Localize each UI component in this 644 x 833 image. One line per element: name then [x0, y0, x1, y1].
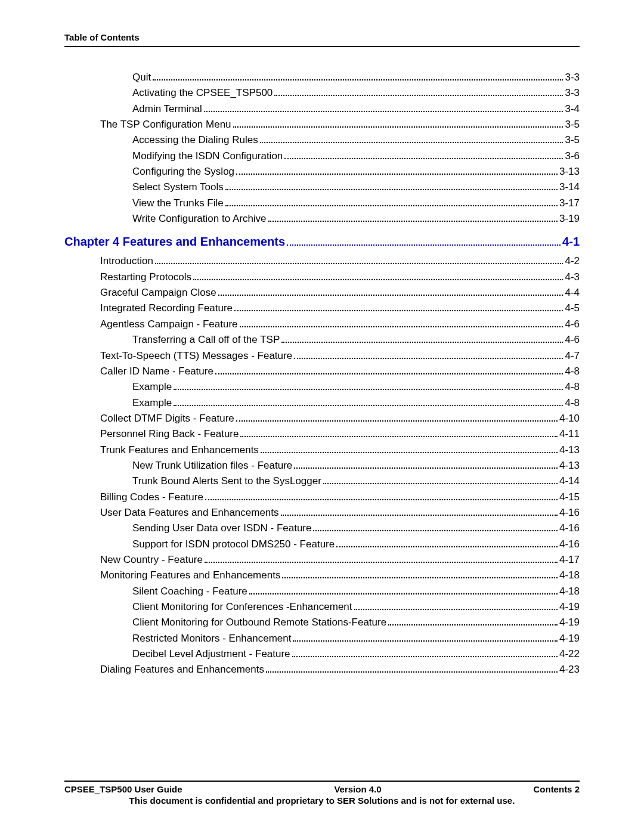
toc-entry[interactable]: Quit3-3: [132, 70, 580, 85]
toc-label: Admin Terminal: [132, 101, 202, 117]
toc-label: Transferring a Call off of the TSP: [132, 332, 280, 348]
toc-entry[interactable]: Modifying the ISDN Configuration3-6: [132, 148, 580, 164]
toc-leader-dots: [323, 483, 558, 484]
toc-label: Personnel Ring Back - Feature: [100, 426, 239, 442]
toc-leader-dots: [292, 656, 558, 657]
toc-leader-dots: [174, 405, 563, 406]
toc-entry[interactable]: Client Monitoring for Conferences -Enhan…: [132, 599, 580, 615]
toc-page: 4-6: [565, 332, 580, 348]
toc-entry[interactable]: The TSP Configuration Menu3-5: [100, 117, 580, 132]
toc-page: 3-4: [565, 101, 580, 117]
toc-entry[interactable]: Select System Tools3-14: [132, 179, 580, 195]
toc-label: New Trunk Utilization files - Feature: [132, 458, 292, 473]
toc-entry[interactable]: New Trunk Utilization files - Feature4-1…: [132, 458, 580, 473]
toc-leader-dots: [249, 593, 558, 594]
toc-page: 4-16: [559, 537, 580, 552]
toc-entry[interactable]: Restarting Protocols4-3: [100, 270, 580, 285]
toc-leader-dots: [225, 205, 558, 206]
toc-label: Integrated Recording Feature: [100, 301, 233, 316]
toc-entry[interactable]: Caller ID Name - Feature4-8: [100, 364, 580, 379]
toc-label: Billing Codes - Feature: [100, 490, 203, 505]
toc-label: Caller ID Name - Feature: [100, 364, 213, 379]
toc-page: 4-11: [559, 426, 580, 442]
toc-entry[interactable]: Trunk Bound Alerts Sent to the SysLogger…: [132, 473, 580, 489]
toc-chapter[interactable]: Chapter 4 Features and Enhancements 4-1: [64, 233, 580, 251]
toc-entry[interactable]: Example4-8: [132, 395, 580, 411]
toc-label: Text-To-Speech (TTS) Messages - Feature: [100, 348, 292, 364]
toc-page: 4-1: [562, 233, 580, 251]
toc-entry[interactable]: Collect DTMF Digits - Feature4-10: [100, 411, 580, 426]
toc-label: View the Trunks File: [132, 196, 224, 211]
toc-label: Modifying the ISDN Configuration: [132, 148, 283, 164]
toc-entry[interactable]: User Data Features and Enhancements4-16: [100, 505, 580, 521]
footer-line: CPSEE_TSP500 User Guide Version 4.0 Cont…: [64, 781, 580, 794]
toc-entry[interactable]: Text-To-Speech (TTS) Messages - Feature4…: [100, 348, 580, 364]
toc-leader-dots: [205, 499, 558, 500]
toc-entry[interactable]: Billing Codes - Feature4-15: [100, 490, 580, 505]
toc-leader-dots: [281, 515, 558, 516]
toc-label: The TSP Configuration Menu: [100, 117, 231, 132]
toc-label: Decibel Level Adjustment - Feature: [132, 646, 290, 662]
toc-entry[interactable]: Integrated Recording Feature4-5: [100, 301, 580, 316]
toc-entry[interactable]: Support for ISDN protocol DMS250 - Featu…: [132, 537, 580, 552]
toc-page: 3-5: [565, 132, 580, 148]
toc-page: 3-3: [565, 70, 580, 85]
toc-entry[interactable]: Configuring the Syslog3-13: [132, 164, 580, 179]
toc-label: Agentless Campaign - Feature: [100, 317, 238, 332]
toc-entry[interactable]: Write Configuration to Archive3-19: [132, 211, 580, 227]
toc-label: Restricted Monitors - Enhancement: [132, 631, 291, 646]
toc-entry[interactable]: Dialing Features and Enhancements4-23: [100, 662, 580, 677]
toc-entry[interactable]: Trunk Features and Enhancements4-13: [100, 442, 580, 458]
toc-page: 4-19: [559, 615, 580, 630]
toc-page: 3-17: [559, 196, 580, 211]
toc-leader-dots: [354, 609, 558, 610]
toc-page: 4-18: [559, 568, 580, 583]
toc-label: Restarting Protocols: [100, 270, 191, 285]
toc-leader-dots: [155, 263, 564, 264]
toc-leader-dots: [287, 244, 561, 246]
toc-entry[interactable]: Decibel Level Adjustment - Feature4-22: [132, 646, 580, 662]
toc-page: 4-5: [565, 301, 580, 316]
footer-right: Contents 2: [533, 784, 580, 794]
toc-label: Trunk Bound Alerts Sent to the SysLogger: [132, 473, 321, 489]
toc-leader-dots: [153, 79, 563, 80]
toc-entry[interactable]: Example4-8: [132, 379, 580, 395]
toc-entry[interactable]: Personnel Ring Back - Feature4-11: [100, 426, 580, 442]
toc-entry[interactable]: Monitoring Features and Enhancements4-18: [100, 568, 580, 583]
toc-label: User Data Features and Enhancements: [100, 505, 279, 521]
toc-page: 4-13: [559, 458, 580, 473]
toc-leader-dots: [388, 624, 558, 625]
toc-leader-dots: [261, 452, 558, 453]
footer-note: This document is confidential and propri…: [64, 795, 580, 806]
toc-entry[interactable]: View the Trunks File3-17: [132, 196, 580, 211]
toc-label: Support for ISDN protocol DMS250 - Featu…: [132, 537, 335, 552]
toc-leader-dots: [293, 640, 558, 642]
toc-entry[interactable]: Accessing the Dialing Rules3-5: [132, 132, 580, 148]
toc-entry[interactable]: Sending User Data over ISDN - Feature4-1…: [132, 521, 580, 536]
toc-entry[interactable]: Agentless Campaign - Feature4-6: [100, 317, 580, 332]
toc-page: 3-3: [565, 85, 580, 101]
toc-entry[interactable]: Silent Coaching - Feature4-18: [132, 584, 580, 599]
toc-entry[interactable]: Admin Terminal3-4: [132, 101, 580, 117]
toc-leader-dots: [236, 420, 558, 422]
toc-page: 4-19: [559, 599, 580, 615]
toc-leader-dots: [240, 326, 564, 327]
toc-entry[interactable]: Activating the CPSEE_TSP5003-3: [132, 85, 580, 101]
toc-label: New Country - Feature: [100, 552, 203, 568]
toc-entry[interactable]: Graceful Campaign Close4-4: [100, 285, 580, 301]
toc-page: 3-19: [559, 211, 580, 227]
toc-label: Write Configuration to Archive: [132, 211, 267, 227]
toc-entry[interactable]: Introduction4-2: [100, 253, 580, 269]
toc-label: Select System Tools: [132, 179, 224, 195]
toc-label: Example: [132, 395, 172, 411]
toc-label: Accessing the Dialing Rules: [132, 132, 258, 148]
toc-leader-dots: [218, 295, 564, 296]
page-header: Table of Contents: [64, 32, 580, 47]
toc-entry[interactable]: Transferring a Call off of the TSP4-6: [132, 332, 580, 348]
toc-entry[interactable]: Client Monitoring for Outbound Remote St…: [132, 615, 580, 630]
toc-entry[interactable]: Restricted Monitors - Enhancement4-19: [132, 631, 580, 646]
toc-label: Activating the CPSEE_TSP500: [132, 85, 273, 101]
toc-entry[interactable]: New Country - Feature4-17: [100, 552, 580, 568]
toc-leader-dots: [234, 310, 563, 311]
toc-page: 4-14: [559, 473, 580, 489]
